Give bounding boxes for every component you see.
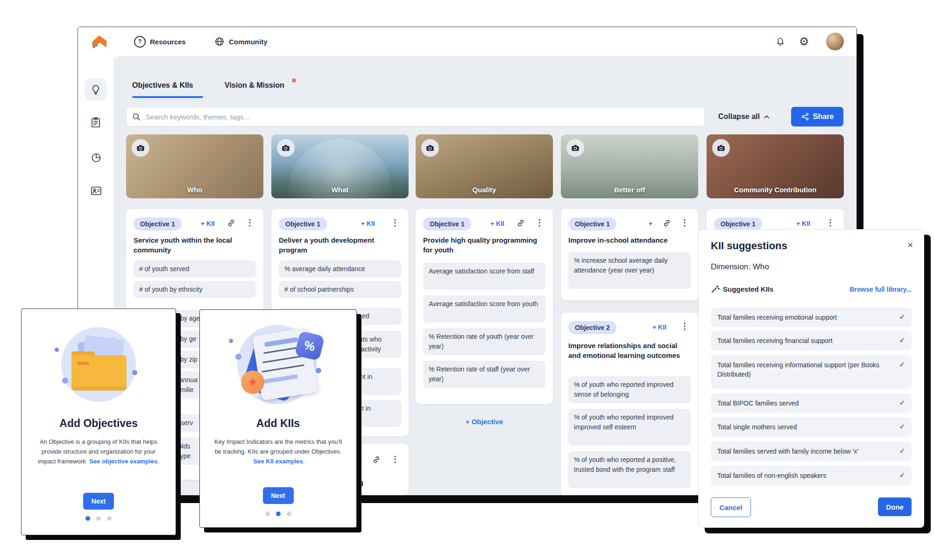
add-kii-button[interactable]: + KII — [652, 323, 666, 331]
done-button[interactable]: Done — [878, 497, 912, 516]
sidebar-item-contacts[interactable] — [91, 186, 102, 196]
suggested-kii-row[interactable]: Total families receiving informational s… — [711, 355, 912, 389]
nav-resources-label: Resources — [150, 38, 186, 46]
objective-title: Improve relationships and social and emo… — [568, 341, 691, 360]
add-kii-button[interactable]: + KII — [201, 220, 215, 227]
suggested-kii-row[interactable]: Total single mothers served✓ — [711, 417, 912, 437]
link-icon[interactable] — [227, 219, 235, 227]
kebab-menu-icon[interactable]: ⋮ — [535, 217, 544, 228]
pagination-dots[interactable] — [265, 511, 291, 516]
share-button[interactable]: Share — [791, 107, 843, 126]
kii-suggestions-panel: KII suggestions ✕ Dimension: Who Suggest… — [698, 229, 924, 528]
objective-badge[interactable]: Objective 1 — [714, 217, 762, 231]
suggested-kii-row[interactable]: Total BIPOC families served✓ — [711, 393, 912, 413]
active-tab-underline — [132, 96, 203, 98]
link-icon[interactable] — [663, 219, 671, 227]
add-kii-button[interactable]: + KII — [490, 220, 504, 227]
camera-icon[interactable] — [277, 139, 295, 157]
kii-item[interactable]: # of school partnerships — [279, 281, 401, 298]
camera-icon[interactable] — [566, 139, 584, 157]
pagination-dots[interactable] — [85, 516, 112, 521]
kii-item[interactable]: % of youth who reported improved sense o… — [568, 376, 691, 403]
dimension-label: Better off — [561, 186, 698, 194]
dimension-who[interactable]: Who — [126, 134, 263, 198]
see-kii-examples-link[interactable]: See KII examples — [254, 458, 303, 465]
next-button[interactable]: Next — [83, 493, 114, 510]
objective-badge[interactable]: Objective 2 — [568, 321, 616, 334]
dot — [96, 516, 101, 521]
objective-title-truncated: g — [359, 477, 481, 487]
user-avatar[interactable] — [826, 33, 844, 50]
camera-icon[interactable] — [421, 139, 439, 157]
kii-item[interactable]: % of youth who reported a positive, trus… — [568, 451, 691, 488]
sidebar-item-framework[interactable] — [85, 78, 107, 101]
check-icon: ✓ — [899, 312, 905, 322]
suggested-kii-row[interactable]: Total families receiving emotional suppo… — [711, 308, 912, 327]
objective-badge[interactable]: Objective 1 — [279, 217, 327, 231]
objective-card: Objective 1 + ⋮ Improve in-school attend… — [561, 209, 698, 301]
objective-title: Provide high quality programming for you… — [423, 235, 545, 255]
add-kii-button[interactable]: + — [649, 220, 652, 227]
popup-body: An Objective is a grouping of KIIs that … — [35, 437, 163, 466]
kebab-menu-icon[interactable]: ⋮ — [391, 217, 399, 228]
kii-item[interactable]: % Retention rate of staff (year over yea… — [423, 361, 545, 388]
add-objective-button[interactable]: + Objective — [416, 418, 553, 426]
dimension-quality[interactable]: Quality — [416, 134, 553, 198]
collapse-all-button[interactable]: Collapse all — [718, 107, 770, 126]
document-illustration: % ★ — [237, 325, 317, 404]
suggested-kii-row[interactable]: Total families receiving financial suppo… — [711, 331, 912, 350]
dimension-better-off[interactable]: Better off — [561, 134, 698, 198]
close-icon[interactable]: ✕ — [907, 241, 913, 250]
suggested-kii-row[interactable]: Total families served with family income… — [711, 441, 912, 461]
objective-title: Service youth within the local community — [134, 235, 256, 255]
kebab-menu-icon[interactable]: ⋮ — [680, 217, 689, 228]
link-icon[interactable] — [517, 219, 525, 227]
objective-badge[interactable]: Objective 1 — [423, 217, 471, 231]
tab-objectives-kiis[interactable]: Objectives & KIIs — [132, 81, 193, 90]
kebab-menu-icon[interactable]: ⋮ — [680, 321, 689, 331]
camera-icon[interactable] — [132, 139, 149, 157]
cancel-button[interactable]: Cancel — [711, 497, 751, 517]
camera-icon[interactable] — [712, 139, 730, 157]
link-icon[interactable] — [372, 455, 381, 464]
nav-community[interactable]: Community — [214, 27, 268, 56]
panel-title: KII suggestions — [711, 240, 787, 252]
add-objectives-popup: Add Objectives An Objective is a groupin… — [21, 308, 176, 535]
app-logo-icon[interactable] — [90, 34, 108, 50]
kii-item[interactable]: % Retention rate of youth (year over yea… — [423, 328, 545, 355]
kii-item[interactable]: % average daily attendance — [279, 260, 401, 278]
objective-badge[interactable]: Objective 1 — [134, 217, 182, 231]
see-objective-examples-link[interactable]: See objective examples — [89, 458, 157, 465]
nav-resources[interactable]: ? Resources — [134, 27, 186, 56]
objective-badge[interactable]: Objective 1 — [568, 217, 616, 231]
kii-item[interactable]: # of youth served — [134, 260, 256, 278]
dot — [107, 516, 112, 521]
kii-item[interactable]: Average satisfaction score from youth — [423, 295, 545, 322]
kii-item[interactable]: % increase school average daily attendan… — [568, 252, 691, 289]
check-icon: ✓ — [899, 422, 905, 431]
kebab-menu-icon[interactable]: ⋮ — [246, 217, 254, 228]
kii-item[interactable]: Average satisfaction score from staff — [423, 263, 545, 290]
sidebar-item-reports[interactable] — [91, 117, 101, 128]
next-button[interactable]: Next — [263, 487, 294, 504]
check-icon: ✓ — [899, 360, 905, 369]
dimension-label: Community Contribution — [707, 186, 844, 194]
notifications-bell-icon[interactable] — [775, 36, 786, 48]
dimension-what[interactable]: What — [271, 134, 409, 198]
dimension-community-contribution[interactable]: Community Contribution — [707, 134, 844, 198]
add-kii-button[interactable]: II — [358, 456, 362, 463]
add-kii-button[interactable]: + KII — [361, 220, 375, 227]
kii-item[interactable]: # of youth by ethnicity — [134, 281, 256, 298]
settings-gear-icon[interactable]: ⚙ — [799, 35, 809, 48]
panel-dimension-label: Dimension: Who — [711, 262, 769, 272]
kebab-menu-icon[interactable]: ⋮ — [826, 217, 835, 228]
kii-item[interactable]: % of youth who reported improved improve… — [568, 409, 691, 446]
nav-community-label: Community — [229, 38, 268, 46]
browse-full-library-link[interactable]: Browse full library... — [849, 286, 912, 293]
sidebar-item-analytics[interactable] — [91, 152, 102, 163]
suggested-kii-row[interactable]: Total families of non-english speakers✓ — [711, 466, 912, 485]
search-input[interactable] — [145, 112, 699, 121]
kebab-menu-icon[interactable]: ⋮ — [391, 454, 399, 464]
add-kii-button[interactable]: + KII — [796, 220, 810, 227]
tab-vision-mission[interactable]: Vision & Mission — [225, 81, 284, 90]
